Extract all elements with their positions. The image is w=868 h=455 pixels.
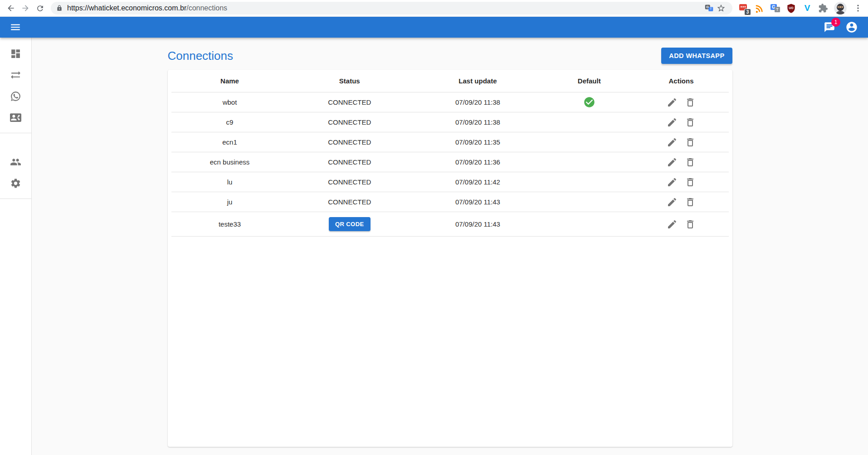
connection-actions-cell bbox=[634, 172, 729, 192]
connection-name: wbot bbox=[171, 92, 288, 112]
table-row: ju CONNECTED 07/09/20 11:43 bbox=[171, 192, 729, 212]
sidebar-item-connections[interactable] bbox=[0, 64, 31, 86]
connection-default-cell bbox=[545, 112, 634, 132]
extensions-puzzle-icon[interactable] bbox=[816, 2, 829, 15]
edit-button[interactable] bbox=[667, 97, 678, 108]
connection-name: teste33 bbox=[171, 212, 288, 237]
table-row: teste33 QR CODE 07/09/20 11:43 bbox=[171, 212, 729, 237]
connection-actions-cell bbox=[634, 112, 729, 132]
forward-icon bbox=[21, 4, 30, 13]
profile-avatar[interactable] bbox=[834, 2, 847, 15]
connection-default-cell bbox=[545, 152, 634, 172]
reload-button[interactable] bbox=[33, 1, 47, 15]
account-menu-button[interactable] bbox=[845, 21, 858, 34]
menu-button[interactable] bbox=[8, 19, 23, 35]
connection-status: QR CODE bbox=[288, 212, 411, 237]
connection-default-cell bbox=[545, 192, 634, 212]
sidebar-item-users[interactable] bbox=[0, 151, 31, 173]
whatsapp-icon bbox=[10, 91, 21, 102]
connection-status: CONNECTED bbox=[288, 112, 411, 132]
sidebar-item-contacts[interactable] bbox=[0, 107, 31, 128]
header-actions: Actions bbox=[634, 70, 729, 92]
page-title: Connections bbox=[168, 49, 234, 63]
connection-status: CONNECTED bbox=[288, 172, 411, 192]
sidebar-item-settings[interactable] bbox=[0, 173, 31, 194]
connections-swap-icon bbox=[10, 69, 21, 81]
translate-extension-icon[interactable]: GT bbox=[769, 2, 782, 15]
delete-button[interactable] bbox=[685, 97, 696, 108]
table-header-row: Name Status Last update Default Actions bbox=[171, 70, 729, 92]
translate-page-icon[interactable]: GT bbox=[703, 2, 715, 14]
connection-name: ju bbox=[171, 192, 288, 212]
edit-button[interactable] bbox=[667, 117, 678, 128]
connection-name: c9 bbox=[171, 112, 288, 132]
url-text: https://whaticket.economicros.com.br/con… bbox=[67, 4, 227, 12]
connection-default-cell bbox=[545, 92, 634, 112]
reload-icon bbox=[36, 4, 44, 13]
delete-button[interactable] bbox=[685, 117, 696, 128]
header-default: Default bbox=[545, 70, 634, 92]
delete-button[interactable] bbox=[685, 197, 696, 208]
browser-menu-icon[interactable] bbox=[851, 2, 864, 15]
header-last-update: Last update bbox=[411, 70, 545, 92]
connection-actions-cell bbox=[634, 92, 729, 112]
settings-gear-icon bbox=[10, 178, 21, 189]
connection-last-update: 07/09/20 11:38 bbox=[411, 92, 545, 112]
vimeo-extension-icon[interactable]: V bbox=[800, 2, 814, 15]
extensions-area: 3 GT UO V bbox=[736, 2, 864, 15]
sidebar bbox=[0, 38, 32, 455]
ublock-extension-icon[interactable]: UO bbox=[785, 2, 798, 15]
connection-status: CONNECTED bbox=[288, 192, 411, 212]
sidebar-item-tickets[interactable] bbox=[0, 86, 31, 107]
app-bar: 1 bbox=[0, 17, 868, 38]
connection-last-update: 07/09/20 11:43 bbox=[411, 212, 545, 237]
delete-button[interactable] bbox=[685, 157, 696, 168]
extension-badge: 3 bbox=[744, 9, 751, 15]
connections-card: Name Status Last update Default Actions … bbox=[168, 70, 732, 447]
notifications-button[interactable]: 1 bbox=[824, 21, 835, 33]
notifier-extension-icon[interactable]: 3 bbox=[737, 2, 750, 15]
delete-button[interactable] bbox=[685, 177, 696, 188]
dashboard-icon bbox=[10, 48, 21, 59]
connection-status: CONNECTED bbox=[288, 152, 411, 172]
people-icon bbox=[10, 156, 21, 168]
connection-status: CONNECTED bbox=[288, 132, 411, 152]
qr-code-button[interactable]: QR CODE bbox=[329, 217, 370, 231]
address-bar[interactable]: https://whaticket.economicros.com.br/con… bbox=[51, 2, 732, 15]
connection-actions-cell bbox=[634, 192, 729, 212]
svg-text:V: V bbox=[804, 3, 810, 13]
notification-badge: 1 bbox=[831, 18, 840, 27]
forward-button[interactable] bbox=[18, 1, 33, 15]
header-name: Name bbox=[171, 70, 288, 92]
connection-name: ecn business bbox=[171, 152, 288, 172]
bookmark-star-icon[interactable] bbox=[715, 2, 727, 14]
table-row: ecn1 CONNECTED 07/09/20 11:35 bbox=[171, 132, 729, 152]
svg-text:T: T bbox=[710, 8, 712, 11]
table-row: wbot CONNECTED 07/09/20 11:38 bbox=[171, 92, 729, 112]
edit-button[interactable] bbox=[667, 219, 678, 230]
connection-default-cell bbox=[545, 132, 634, 152]
edit-button[interactable] bbox=[667, 177, 678, 188]
back-icon bbox=[6, 4, 15, 13]
delete-button[interactable] bbox=[685, 137, 696, 148]
connection-last-update: 07/09/20 11:43 bbox=[411, 192, 545, 212]
sidebar-divider bbox=[0, 198, 31, 199]
table-row: c9 CONNECTED 07/09/20 11:38 bbox=[171, 112, 729, 132]
connection-actions-cell bbox=[634, 132, 729, 152]
header-status: Status bbox=[288, 70, 411, 92]
back-button[interactable] bbox=[4, 1, 18, 15]
delete-button[interactable] bbox=[685, 219, 696, 230]
svg-text:UO: UO bbox=[789, 6, 793, 10]
browser-toolbar: https://whaticket.economicros.com.br/con… bbox=[0, 0, 868, 17]
connection-last-update: 07/09/20 11:35 bbox=[411, 132, 545, 152]
edit-button[interactable] bbox=[667, 157, 678, 168]
connection-default-cell bbox=[545, 212, 634, 237]
table-row: lu CONNECTED 07/09/20 11:42 bbox=[171, 172, 729, 192]
edit-button[interactable] bbox=[667, 197, 678, 208]
edit-button[interactable] bbox=[667, 137, 678, 148]
add-whatsapp-button[interactable]: ADD WHATSAPP bbox=[661, 48, 732, 64]
connection-actions-cell bbox=[634, 152, 729, 172]
account-circle-icon bbox=[845, 21, 858, 34]
sidebar-item-dashboard[interactable] bbox=[0, 43, 31, 64]
rss-extension-icon[interactable] bbox=[753, 2, 766, 15]
